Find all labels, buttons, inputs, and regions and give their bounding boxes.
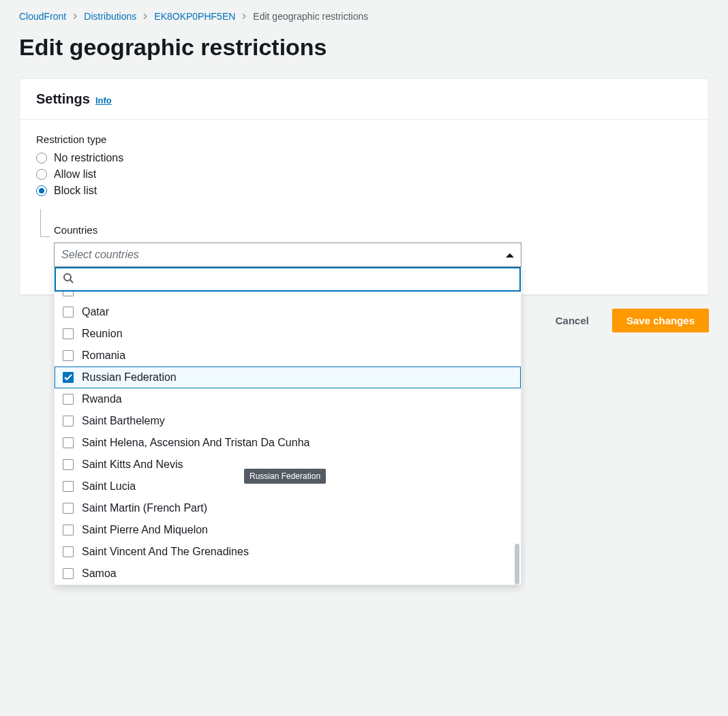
checkbox-icon [63, 416, 74, 426]
restriction-type-label: Restriction type [36, 134, 692, 145]
caret-up-icon [506, 249, 514, 261]
multiselect-option[interactable]: Saint Martin (French Part) [55, 497, 521, 519]
option-label: Saint Helena, Ascension And Tristan Da C… [82, 437, 309, 449]
multiselect-placeholder: Select countries [61, 249, 139, 260]
checkbox-icon [63, 503, 74, 514]
checkbox-icon [63, 307, 74, 317]
checkbox-icon [63, 394, 74, 405]
chevron-right-icon [142, 13, 149, 20]
checkbox-icon [63, 568, 74, 579]
breadcrumb-current: Edit geographic restrictions [253, 11, 368, 22]
multiselect-option[interactable]: Reunion [55, 323, 521, 345]
radio-label: No restrictions [54, 152, 123, 164]
multiselect-option[interactable]: Saint Vincent And The Grenadines [55, 541, 521, 563]
option-label: Saint Barthelemy [82, 415, 165, 427]
checkbox-icon [63, 328, 74, 339]
breadcrumb-link-distributions[interactable]: Distributions [84, 11, 136, 22]
multiselect-option[interactable] [55, 292, 521, 301]
multiselect-search-input[interactable] [79, 273, 513, 286]
checkbox-icon [63, 292, 74, 296]
checkbox-icon [63, 459, 74, 470]
option-label: Saint Martin (French Part) [82, 502, 207, 514]
multiselect-dropdown: QatarReunionRomaniaRussian FederationRwa… [54, 267, 521, 585]
radio-icon [36, 169, 47, 180]
multiselect-option[interactable]: Samoa [55, 563, 521, 585]
option-label: Saint Lucia [82, 480, 136, 493]
option-label: Qatar [82, 306, 109, 318]
radio-allow-list[interactable]: Allow list [36, 168, 692, 181]
page-title: Edit geographic restrictions [19, 34, 709, 61]
multiselect-option[interactable]: Saint Helena, Ascension And Tristan Da C… [55, 432, 521, 454]
radio-label: Allow list [54, 168, 96, 181]
option-label: Saint Pierre And Miquelon [82, 524, 208, 536]
option-label: Saint Kitts And Nevis [82, 458, 183, 471]
chevron-right-icon [72, 13, 78, 20]
countries-label: Countries [54, 224, 692, 236]
breadcrumb: CloudFront Distributions EK8OKP0PHF5EN E… [19, 11, 709, 22]
cancel-button[interactable]: Cancel [542, 309, 603, 332]
option-label: Rwanda [82, 393, 122, 405]
multiselect-option[interactable]: Rwanda [55, 388, 521, 410]
settings-panel: Settings Info Restriction type No restri… [19, 78, 709, 295]
checkbox-icon [63, 437, 74, 448]
multiselect-option[interactable]: Romania [55, 345, 521, 367]
tooltip: Russian Federation [244, 469, 326, 484]
checkbox-icon [63, 546, 74, 557]
multiselect-search [55, 267, 521, 292]
multiselect-option[interactable]: Saint Barthelemy [55, 410, 521, 432]
search-icon [63, 273, 74, 286]
scrollbar-thumb[interactable] [515, 544, 519, 585]
radio-no-restrictions[interactable]: No restrictions [36, 152, 692, 164]
breadcrumb-link-cloudfront[interactable]: CloudFront [19, 11, 66, 22]
checkbox-icon [63, 350, 74, 361]
chevron-right-icon [241, 13, 247, 20]
breadcrumb-link-distribution-id[interactable]: EK8OKP0PHF5EN [154, 11, 235, 22]
option-label: Reunion [82, 328, 123, 340]
multiselect-option[interactable]: Saint Pierre And Miquelon [55, 519, 521, 541]
radio-icon [36, 185, 47, 196]
info-link[interactable]: Info [95, 95, 112, 106]
panel-heading: Settings [36, 91, 90, 107]
radio-icon [36, 153, 47, 164]
option-label: Saint Vincent And The Grenadines [82, 546, 249, 558]
option-label: Samoa [82, 567, 117, 580]
tree-indent-line [40, 205, 54, 267]
multiselect-control[interactable]: Select countries [54, 243, 521, 267]
multiselect-option[interactable]: Russian Federation [55, 367, 521, 388]
multiselect-option-list[interactable]: QatarReunionRomaniaRussian FederationRwa… [55, 292, 521, 585]
checkbox-icon [63, 481, 74, 492]
svg-line-1 [70, 280, 73, 283]
option-label: Russian Federation [82, 371, 177, 384]
checkbox-icon [63, 372, 74, 383]
countries-multiselect: Select countries [54, 243, 521, 267]
radio-label: Block list [54, 185, 97, 197]
save-button[interactable]: Save changes [612, 309, 709, 332]
multiselect-option[interactable]: Qatar [55, 301, 521, 323]
checkbox-icon [63, 525, 74, 535]
option-label: Romania [82, 349, 125, 362]
svg-point-0 [64, 274, 71, 281]
radio-block-list[interactable]: Block list [36, 185, 692, 197]
